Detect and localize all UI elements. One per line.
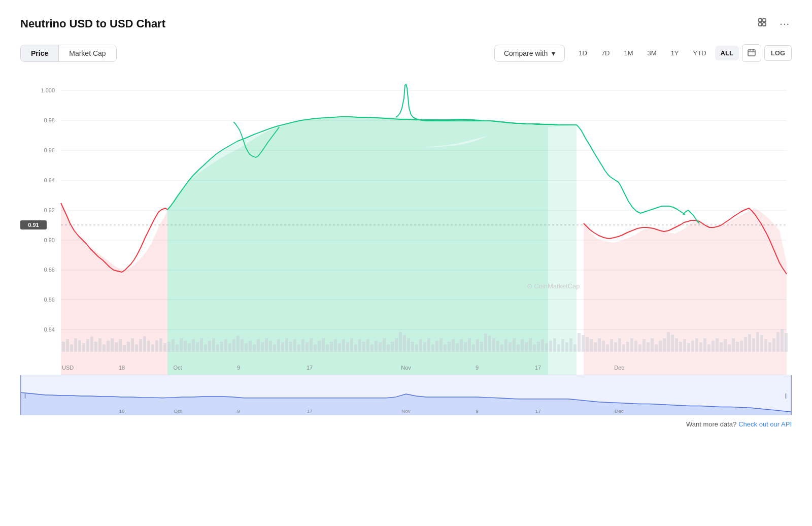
- svg-text:0.92: 0.92: [44, 207, 55, 213]
- svg-text:0.96: 0.96: [44, 147, 55, 153]
- svg-rect-137: [492, 338, 495, 352]
- time-1m[interactable]: 1M: [619, 46, 639, 60]
- svg-rect-189: [703, 338, 706, 352]
- svg-rect-146: [529, 338, 532, 352]
- svg-text:0.88: 0.88: [44, 267, 55, 273]
- tab-market-cap[interactable]: Market Cap: [59, 45, 116, 61]
- mini-chart-area[interactable]: || || 18 Oct 9 17 Nov 9 17 Dec: [20, 375, 792, 415]
- svg-rect-126: [448, 342, 451, 352]
- svg-rect-156: [569, 338, 572, 352]
- svg-rect-162: [594, 342, 597, 352]
- more-button[interactable]: ···: [777, 16, 792, 31]
- svg-rect-142: [513, 338, 516, 352]
- svg-rect-163: [598, 338, 601, 352]
- svg-rect-64: [196, 342, 199, 352]
- svg-rect-84: [277, 339, 280, 352]
- svg-rect-40: [98, 338, 101, 352]
- svg-rect-105: [362, 342, 365, 352]
- svg-rect-188: [699, 342, 702, 352]
- time-1d[interactable]: 1D: [573, 46, 593, 60]
- svg-rect-118: [415, 344, 418, 352]
- svg-rect-3: [763, 23, 766, 26]
- svg-rect-85: [281, 342, 284, 352]
- svg-rect-78: [253, 344, 256, 352]
- svg-rect-47: [127, 342, 130, 352]
- svg-rect-107: [370, 344, 374, 352]
- svg-rect-135: [484, 334, 487, 352]
- svg-rect-70: [220, 342, 223, 352]
- expand-button[interactable]: [755, 15, 769, 32]
- svg-rect-81: [265, 338, 268, 352]
- svg-rect-166: [610, 339, 613, 352]
- svg-rect-124: [439, 338, 443, 352]
- svg-rect-174: [642, 339, 646, 352]
- svg-rect-89: [297, 344, 300, 352]
- log-button[interactable]: LOG: [764, 45, 792, 61]
- svg-rect-190: [707, 344, 710, 352]
- svg-rect-106: [366, 339, 369, 352]
- footer-row: Want more data? Check out our API: [20, 415, 792, 428]
- svg-text:17: 17: [307, 365, 313, 371]
- svg-rect-204: [764, 339, 767, 352]
- svg-rect-179: [663, 338, 666, 352]
- svg-rect-173: [638, 344, 641, 352]
- tab-price[interactable]: Price: [21, 45, 59, 61]
- svg-text:0.84: 0.84: [44, 326, 55, 333]
- svg-rect-125: [444, 344, 447, 352]
- svg-rect-203: [760, 335, 763, 352]
- svg-rect-180: [667, 332, 670, 352]
- svg-rect-43: [111, 338, 114, 352]
- svg-rect-184: [683, 339, 686, 352]
- tab-group: Price Market Cap: [20, 45, 117, 62]
- footer-api-link[interactable]: Check out our API: [738, 420, 792, 428]
- svg-rect-153: [557, 344, 560, 352]
- time-1y[interactable]: 1Y: [665, 46, 685, 60]
- svg-text:||: ||: [23, 392, 26, 399]
- svg-rect-158: [578, 333, 581, 352]
- svg-rect-2: [759, 23, 762, 26]
- svg-rect-46: [123, 345, 126, 352]
- time-ytd[interactable]: YTD: [688, 46, 712, 60]
- svg-rect-62: [188, 343, 191, 352]
- svg-rect-145: [525, 342, 528, 352]
- svg-rect-164: [602, 341, 605, 352]
- svg-rect-177: [655, 344, 658, 352]
- svg-rect-4: [748, 50, 755, 56]
- svg-rect-128: [456, 343, 459, 352]
- svg-rect-88: [293, 339, 296, 352]
- calendar-button[interactable]: [742, 44, 761, 62]
- svg-rect-121: [427, 338, 430, 352]
- chart-header: Neutrino USD to USD Chart ···: [20, 15, 792, 32]
- svg-rect-160: [586, 337, 589, 352]
- svg-text:17: 17: [535, 365, 541, 371]
- svg-rect-38: [90, 337, 93, 352]
- svg-rect-1: [763, 19, 766, 22]
- svg-rect-36: [82, 343, 85, 352]
- svg-rect-116: [407, 338, 410, 352]
- compare-with-button[interactable]: Compare with ▾: [494, 45, 565, 62]
- svg-rect-72: [228, 343, 231, 352]
- svg-rect-102: [350, 338, 353, 352]
- svg-text:0.98: 0.98: [44, 117, 55, 123]
- svg-text:1.000: 1.000: [41, 87, 55, 93]
- svg-rect-159: [582, 335, 585, 352]
- svg-rect-97: [330, 342, 333, 352]
- svg-rect-32: [66, 339, 69, 352]
- svg-text:18: 18: [119, 365, 125, 371]
- svg-text:0.94: 0.94: [44, 177, 55, 183]
- svg-rect-108: [375, 341, 378, 352]
- svg-rect-171: [630, 338, 633, 352]
- svg-rect-140: [504, 339, 507, 352]
- svg-rect-187: [695, 338, 698, 352]
- svg-rect-56: [163, 343, 166, 352]
- time-7d[interactable]: 7D: [596, 46, 616, 60]
- svg-rect-100: [342, 339, 345, 352]
- svg-rect-185: [687, 343, 690, 352]
- time-all[interactable]: ALL: [715, 46, 739, 60]
- svg-rect-182: [675, 338, 678, 352]
- current-price-label: 0.91: [28, 222, 39, 228]
- svg-rect-157: [573, 344, 577, 352]
- time-3m[interactable]: 3M: [642, 46, 662, 60]
- svg-rect-86: [285, 338, 288, 352]
- svg-rect-42: [107, 341, 110, 352]
